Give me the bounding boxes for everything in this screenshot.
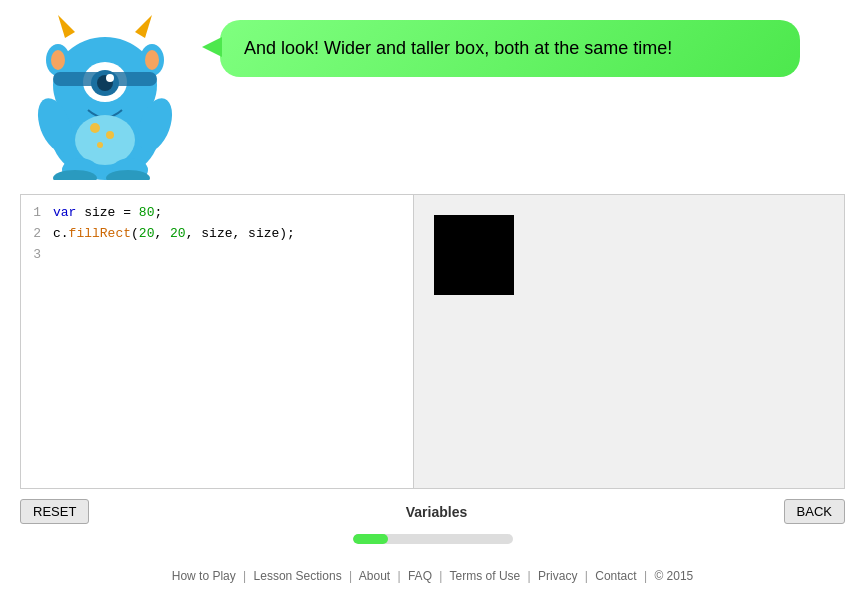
canvas-rect	[434, 215, 514, 295]
header-area: And look! Wider and taller box, both at …	[0, 0, 865, 194]
back-button[interactable]: BACK	[784, 499, 845, 524]
code-line-2: 2 c.fillRect(20, 20, size, size);	[21, 224, 413, 245]
footer-sep-1: |	[243, 569, 246, 583]
reset-button[interactable]: RESET	[20, 499, 89, 524]
section-label: Variables	[406, 504, 468, 520]
code-panel[interactable]: 1 var size = 80; 2 c.fillRect(20, 20, si…	[21, 195, 414, 488]
footer-sep-6: |	[585, 569, 588, 583]
code-line-1: 1 var size = 80;	[21, 203, 413, 224]
footer-link-lesson-sections[interactable]: Lesson Sections	[254, 569, 342, 583]
mascot-svg	[10, 10, 200, 180]
footer-sep-3: |	[397, 569, 400, 583]
footer-link-privacy[interactable]: Privacy	[538, 569, 577, 583]
footer-link-contact[interactable]: Contact	[595, 569, 636, 583]
svg-point-16	[97, 142, 103, 148]
svg-point-4	[51, 50, 65, 70]
line-content-1: var size = 80;	[49, 203, 162, 224]
footer-sep-7: |	[644, 569, 647, 583]
svg-marker-7	[135, 15, 152, 38]
bottom-bar: RESET Variables BACK	[0, 493, 865, 530]
line-content-3	[49, 245, 53, 266]
svg-point-12	[106, 74, 114, 82]
svg-marker-6	[58, 15, 75, 38]
progress-container	[0, 530, 865, 548]
speech-bubble: And look! Wider and taller box, both at …	[220, 20, 800, 77]
svg-point-13	[75, 115, 135, 165]
line-number-1: 1	[21, 203, 49, 224]
footer-link-terms[interactable]: Terms of Use	[450, 569, 521, 583]
footer-link-about[interactable]: About	[359, 569, 390, 583]
svg-point-15	[106, 131, 114, 139]
progress-bar-bg	[353, 534, 513, 544]
progress-bar-fill	[353, 534, 388, 544]
main-area: 1 var size = 80; 2 c.fillRect(20, 20, si…	[20, 194, 845, 489]
code-line-3: 3	[21, 245, 413, 266]
speech-bubble-text: And look! Wider and taller box, both at …	[244, 38, 672, 59]
canvas-panel	[414, 195, 844, 488]
mascot-container	[10, 10, 210, 184]
line-number-2: 2	[21, 224, 49, 245]
line-content-2: c.fillRect(20, 20, size, size);	[49, 224, 295, 245]
svg-point-14	[90, 123, 100, 133]
footer-sep-5: |	[528, 569, 531, 583]
footer-link-how-to-play[interactable]: How to Play	[172, 569, 236, 583]
footer-link-faq[interactable]: FAQ	[408, 569, 432, 583]
footer-sep-4: |	[439, 569, 442, 583]
line-number-3: 3	[21, 245, 49, 266]
svg-point-5	[145, 50, 159, 70]
footer: How to Play | Lesson Sections | About | …	[0, 559, 865, 591]
footer-sep-2: |	[349, 569, 352, 583]
footer-copyright: © 2015	[654, 569, 693, 583]
